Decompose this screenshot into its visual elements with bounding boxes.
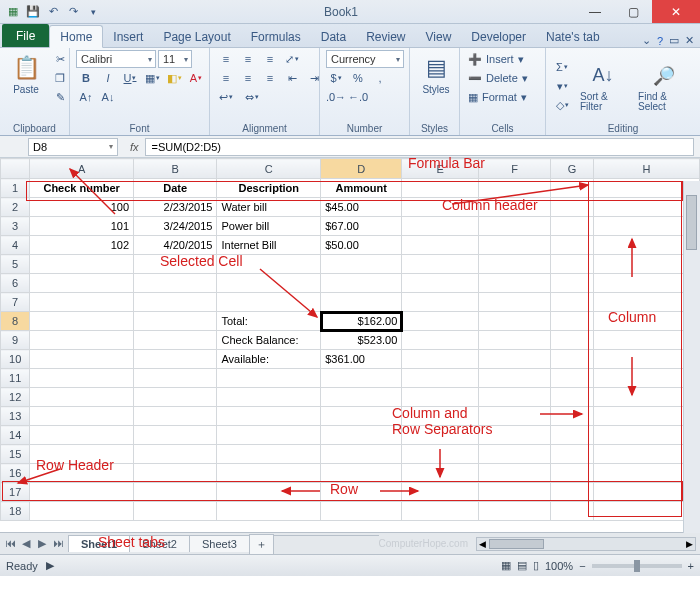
cell-A12[interactable] bbox=[30, 388, 134, 407]
tab-view[interactable]: View bbox=[416, 26, 462, 47]
cell-A2[interactable]: 100 bbox=[30, 198, 134, 217]
grid-row[interactable]: 7 bbox=[1, 293, 700, 312]
styles-button[interactable]: ▤ Styles bbox=[416, 50, 456, 97]
cell-D3[interactable]: $67.00 bbox=[321, 217, 402, 236]
cell-A16[interactable] bbox=[30, 464, 134, 483]
sort-filter-button[interactable]: A↓ Sort & Filter bbox=[576, 58, 630, 115]
italic-button[interactable]: I bbox=[98, 69, 118, 87]
cell-B17[interactable] bbox=[134, 483, 217, 502]
hscroll-right-icon[interactable]: ▶ bbox=[686, 539, 693, 549]
col-header-F[interactable]: F bbox=[479, 159, 551, 179]
cell-E7[interactable] bbox=[402, 293, 479, 312]
grid-row[interactable]: 12 bbox=[1, 388, 700, 407]
cell-D14[interactable] bbox=[321, 426, 402, 445]
cell-C10[interactable]: Available: bbox=[217, 350, 321, 369]
cell-D16[interactable] bbox=[321, 464, 402, 483]
cell-D12[interactable] bbox=[321, 388, 402, 407]
sheet-nav-next[interactable]: ▶ bbox=[34, 537, 50, 550]
cell-C15[interactable] bbox=[217, 445, 321, 464]
cell-B18[interactable] bbox=[134, 502, 217, 521]
row-header-16[interactable]: 16 bbox=[1, 464, 30, 483]
zoom-in-button[interactable]: + bbox=[688, 560, 694, 572]
cell-G13[interactable] bbox=[551, 407, 594, 426]
cell-E5[interactable] bbox=[402, 255, 479, 274]
grid-row[interactable]: 11 bbox=[1, 369, 700, 388]
cell-B10[interactable] bbox=[134, 350, 217, 369]
clear-button[interactable]: ◇ bbox=[552, 96, 572, 114]
name-box[interactable]: D8 ▾ bbox=[28, 138, 118, 156]
tab-custom[interactable]: Nate's tab bbox=[536, 26, 610, 47]
cell-C1[interactable]: Description bbox=[217, 179, 321, 198]
cell-E17[interactable] bbox=[402, 483, 479, 502]
horizontal-scrollbar[interactable]: ◀ ▶ bbox=[476, 537, 696, 551]
accounting-button[interactable]: $ bbox=[326, 69, 346, 87]
tab-formulas[interactable]: Formulas bbox=[241, 26, 311, 47]
cell-B8[interactable] bbox=[134, 312, 217, 331]
find-select-button[interactable]: 🔎 Find & Select bbox=[634, 58, 694, 115]
cell-G11[interactable] bbox=[551, 369, 594, 388]
tab-developer[interactable]: Developer bbox=[461, 26, 536, 47]
cell-B7[interactable] bbox=[134, 293, 217, 312]
help-icon[interactable]: ? bbox=[657, 35, 663, 47]
number-format-combo[interactable]: Currency bbox=[326, 50, 404, 68]
cell-D2[interactable]: $45.00 bbox=[321, 198, 402, 217]
cell-G2[interactable] bbox=[551, 198, 594, 217]
cell-C14[interactable] bbox=[217, 426, 321, 445]
qat-more-icon[interactable]: ▾ bbox=[84, 3, 102, 21]
grid-row[interactable]: 13 bbox=[1, 407, 700, 426]
indent-dec-button[interactable]: ⇤ bbox=[282, 69, 302, 87]
cell-F5[interactable] bbox=[479, 255, 551, 274]
cell-E18[interactable] bbox=[402, 502, 479, 521]
cell-D10[interactable]: $361.00 bbox=[321, 350, 402, 369]
cell-C3[interactable]: Power bill bbox=[217, 217, 321, 236]
fx-icon[interactable]: fx bbox=[130, 141, 139, 153]
hscroll-thumb[interactable] bbox=[489, 539, 544, 549]
cell-F13[interactable] bbox=[479, 407, 551, 426]
sheet-tab-1[interactable]: Sheet1 bbox=[68, 535, 130, 552]
paste-button[interactable]: 📋 Paste bbox=[6, 50, 46, 97]
cell-A14[interactable] bbox=[30, 426, 134, 445]
cell-D15[interactable] bbox=[321, 445, 402, 464]
cell-B1[interactable]: Date bbox=[134, 179, 217, 198]
x-icon[interactable]: ✕ bbox=[685, 34, 694, 47]
cell-F9[interactable] bbox=[479, 331, 551, 350]
tab-review[interactable]: Review bbox=[356, 26, 415, 47]
cell-E13[interactable] bbox=[402, 407, 479, 426]
cell-F1[interactable] bbox=[479, 179, 551, 198]
sheet-nav-last[interactable]: ⏭ bbox=[50, 537, 66, 550]
cell-G12[interactable] bbox=[551, 388, 594, 407]
wrap-text-button[interactable]: ↩ bbox=[216, 88, 236, 106]
cell-B16[interactable] bbox=[134, 464, 217, 483]
dec-decimal-button[interactable]: ←.0 bbox=[348, 88, 368, 106]
tab-data[interactable]: Data bbox=[311, 26, 356, 47]
cell-G3[interactable] bbox=[551, 217, 594, 236]
merge-center-button[interactable]: ⇔ bbox=[242, 88, 262, 106]
tab-insert[interactable]: Insert bbox=[103, 26, 153, 47]
view-normal-icon[interactable]: ▦ bbox=[501, 559, 511, 572]
cell-G17[interactable] bbox=[551, 483, 594, 502]
sheet-tab-add[interactable]: ＋ bbox=[249, 534, 274, 554]
undo-icon[interactable]: ↶ bbox=[44, 3, 62, 21]
cell-F12[interactable] bbox=[479, 388, 551, 407]
cell-E14[interactable] bbox=[402, 426, 479, 445]
cell-E9[interactable] bbox=[402, 331, 479, 350]
zoom-slider[interactable] bbox=[592, 564, 682, 568]
shrink-font-button[interactable]: A↓ bbox=[98, 88, 118, 106]
cell-B15[interactable] bbox=[134, 445, 217, 464]
align-bottom-button[interactable]: ≡ bbox=[260, 50, 280, 68]
cell-E1[interactable] bbox=[402, 179, 479, 198]
cell-C13[interactable] bbox=[217, 407, 321, 426]
cell-E16[interactable] bbox=[402, 464, 479, 483]
cells-insert-button[interactable]: ➕Insert▾ bbox=[466, 50, 526, 68]
comma-button[interactable]: , bbox=[370, 69, 390, 87]
cell-E11[interactable] bbox=[402, 369, 479, 388]
save-icon[interactable]: 💾 bbox=[24, 3, 42, 21]
zoom-level[interactable]: 100% bbox=[545, 560, 573, 572]
grid-row[interactable]: 8Total:$162.00 bbox=[1, 312, 700, 331]
row-header-17[interactable]: 17 bbox=[1, 483, 30, 502]
border-button[interactable]: ▦ bbox=[142, 69, 162, 87]
cell-G14[interactable] bbox=[551, 426, 594, 445]
cell-F17[interactable] bbox=[479, 483, 551, 502]
cell-G9[interactable] bbox=[551, 331, 594, 350]
cell-C18[interactable] bbox=[217, 502, 321, 521]
